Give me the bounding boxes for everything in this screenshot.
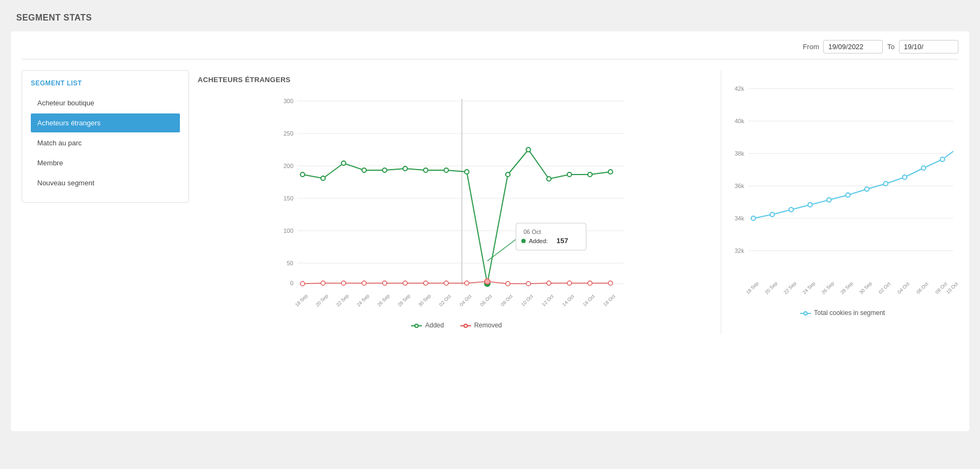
svg-text:04 Oct: 04 Oct: [896, 281, 910, 295]
svg-point-37: [424, 281, 428, 285]
svg-text:Added:: Added:: [529, 238, 548, 244]
main-chart-legend: Added Removed: [198, 321, 715, 329]
right-chart-legend: Total cookies in segment: [727, 309, 958, 317]
segment-item-membre[interactable]: Membre: [31, 153, 180, 172]
segment-item-match-au-parc[interactable]: Match au parc: [31, 133, 180, 152]
svg-point-18: [362, 168, 366, 172]
svg-text:100: 100: [284, 227, 293, 234]
svg-point-90: [922, 166, 926, 170]
svg-text:24 Sep: 24 Sep: [355, 293, 370, 307]
svg-text:18 Sep: 18 Sep: [294, 293, 308, 307]
svg-text:12 Oct: 12 Oct: [541, 293, 555, 307]
svg-text:06 Oct: 06 Oct: [915, 281, 929, 295]
svg-point-43: [547, 281, 551, 285]
svg-point-26: [526, 148, 531, 152]
legend-removed: Removed: [460, 321, 502, 329]
svg-text:200: 200: [284, 163, 293, 169]
svg-point-85: [827, 198, 831, 202]
svg-point-41: [506, 282, 510, 286]
added-line: [303, 150, 610, 284]
svg-point-29: [588, 172, 592, 177]
svg-point-87: [865, 187, 869, 191]
svg-point-25: [506, 172, 510, 177]
svg-point-19: [382, 168, 387, 172]
svg-point-34: [362, 281, 366, 285]
svg-text:24 Sep: 24 Sep: [802, 280, 816, 295]
svg-text:40k: 40k: [735, 118, 744, 124]
svg-point-20: [403, 166, 407, 171]
svg-point-91: [941, 157, 945, 162]
svg-text:28 Sep: 28 Sep: [840, 280, 854, 295]
svg-text:18 Sep: 18 Sep: [745, 280, 760, 295]
segment-item-nouveau-segment[interactable]: Nouveau segment: [31, 173, 180, 192]
svg-text:22 Sep: 22 Sep: [335, 293, 350, 307]
segment-item-acheteur-boutique[interactable]: Acheteur boutique: [31, 93, 180, 112]
cookies-line: [754, 151, 954, 218]
svg-text:0: 0: [290, 280, 293, 286]
segment-list-title: SEGMENT LIST: [31, 79, 180, 87]
svg-text:42k: 42k: [735, 85, 744, 92]
svg-point-38: [444, 281, 448, 285]
svg-point-36: [403, 281, 407, 285]
from-date-input[interactable]: [823, 40, 883, 53]
svg-point-30: [608, 170, 613, 174]
svg-point-16: [321, 176, 325, 180]
svg-point-46: [608, 281, 613, 285]
svg-text:38k: 38k: [735, 150, 744, 157]
svg-point-17: [341, 161, 346, 165]
svg-point-66: [521, 239, 526, 243]
svg-text:02 Oct: 02 Oct: [438, 293, 452, 307]
segment-item-acheteurs-etrangers[interactable]: Acheteurs étrangers: [31, 113, 180, 132]
svg-text:34k: 34k: [735, 215, 744, 222]
legend-added: Added: [411, 321, 444, 329]
svg-text:36k: 36k: [735, 183, 744, 189]
legend-removed-label: Removed: [474, 321, 502, 329]
svg-point-32: [321, 281, 325, 285]
svg-text:250: 250: [284, 130, 293, 137]
legend-cookies-label: Total cookies in segment: [814, 309, 885, 317]
chart-tooltip: 06 Oct Added: 157: [487, 223, 586, 261]
main-chart-wrapper: 300 250 200 150 100 50 0: [198, 88, 715, 329]
svg-text:10 Oct: 10 Oct: [520, 293, 534, 307]
svg-text:26 Sep: 26 Sep: [376, 293, 391, 307]
svg-text:02 Oct: 02 Oct: [877, 281, 891, 295]
svg-text:18 Oct: 18 Oct: [602, 293, 616, 307]
svg-point-28: [567, 172, 572, 177]
svg-point-83: [789, 207, 794, 212]
svg-point-84: [808, 203, 813, 207]
svg-text:04 Oct: 04 Oct: [459, 293, 473, 307]
svg-text:30 Sep: 30 Sep: [858, 280, 873, 295]
svg-text:30 Sep: 30 Sep: [417, 293, 432, 307]
svg-point-31: [300, 282, 305, 286]
svg-line-63: [487, 239, 516, 261]
svg-point-23: [465, 170, 469, 174]
svg-point-86: [846, 193, 850, 197]
svg-text:08 Oct: 08 Oct: [500, 293, 514, 307]
segment-list-panel: SEGMENT LIST Acheteur boutique Acheteurs…: [22, 70, 189, 203]
to-date-input[interactable]: [899, 40, 958, 53]
svg-point-15: [300, 172, 305, 177]
svg-point-22: [444, 168, 448, 172]
svg-text:16 Oct: 16 Oct: [582, 293, 596, 307]
right-chart-svg: 42k 40k 38k 36k 34k 32k: [727, 76, 958, 303]
svg-point-45: [588, 281, 592, 285]
to-label: To: [887, 43, 895, 51]
svg-text:06 Oct: 06 Oct: [523, 229, 541, 235]
content-row: SEGMENT LIST Acheteur boutique Acheteurs…: [22, 70, 958, 334]
svg-point-21: [424, 168, 428, 172]
main-chart-title: ACHETEURS ÉTRANGERS: [198, 76, 715, 84]
svg-text:22 Sep: 22 Sep: [783, 280, 797, 295]
svg-text:26 Sep: 26 Sep: [821, 280, 835, 295]
main-chart-container: ACHETEURS ÉTRANGERS 300 250 200 150 100 …: [198, 70, 721, 334]
right-chart-container: 42k 40k 38k 36k 34k 32k: [721, 70, 958, 334]
svg-point-88: [884, 182, 888, 186]
legend-cookies: Total cookies in segment: [800, 309, 885, 317]
legend-added-label: Added: [425, 321, 444, 329]
removed-line: [303, 282, 610, 284]
svg-text:10 Oct: 10 Oct: [945, 281, 959, 295]
main-card: From To SEGMENT LIST Acheteur boutique A…: [11, 31, 969, 431]
svg-point-82: [770, 212, 775, 217]
svg-text:150: 150: [284, 195, 293, 202]
svg-rect-64: [516, 223, 586, 250]
from-label: From: [803, 43, 819, 51]
